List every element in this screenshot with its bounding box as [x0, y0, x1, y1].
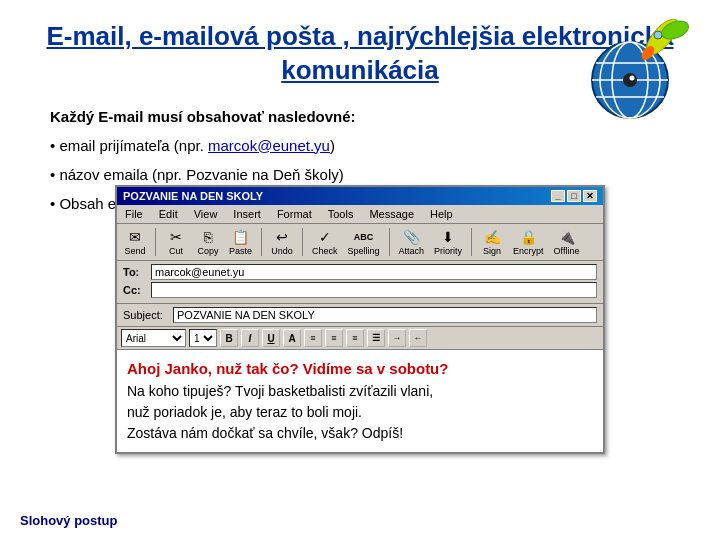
- subject-row: Subject: POZVANIE NA DEN SKOLY: [117, 304, 603, 327]
- encrypt-icon: 🔒: [518, 228, 538, 246]
- email-body[interactable]: Ahoj Janko, nuž tak čo? Vidíme sa v sobo…: [117, 350, 603, 452]
- toolbar-separator-3: [302, 228, 303, 256]
- menu-file[interactable]: File: [121, 207, 147, 221]
- to-row: To: marcok@eunet.yu: [123, 264, 597, 280]
- window-titlebar: POZVANIE NA DEN SKOLY _ □ ✕: [117, 187, 603, 205]
- indent-button[interactable]: →: [388, 329, 406, 347]
- email-link[interactable]: marcok@eunet.yu: [208, 137, 330, 154]
- attach-icon: 📎: [401, 228, 421, 246]
- bold-button[interactable]: B: [220, 329, 238, 347]
- menu-help[interactable]: Help: [426, 207, 457, 221]
- maximize-button[interactable]: □: [567, 190, 581, 202]
- svg-point-10: [654, 31, 662, 39]
- cut-icon: ✂: [166, 228, 186, 246]
- globe-decoration: [580, 15, 690, 125]
- body-line-1: Ahoj Janko, nuž tak čo? Vidíme sa v sobo…: [127, 358, 593, 381]
- sign-icon: ✍: [482, 228, 502, 246]
- toolbar: ✉ Send ✂ Cut ⎘ Copy 📋 Paste ↩ Undo: [117, 224, 603, 261]
- body-line-3: nuž poriadok je, aby teraz to boli moji.: [127, 402, 593, 423]
- check-button[interactable]: ✓ Check: [309, 227, 341, 257]
- copy-button[interactable]: ⎘ Copy: [194, 227, 222, 257]
- toolbar-separator-1: [155, 228, 156, 256]
- menu-insert[interactable]: Insert: [229, 207, 265, 221]
- cc-label: Cc:: [123, 284, 151, 296]
- subject-label: Subject:: [123, 309, 173, 321]
- send-button[interactable]: ✉ Send: [121, 227, 149, 257]
- cc-input[interactable]: [151, 282, 597, 298]
- slide: E-mail, e-mailová pošta , najrýchlejšia …: [0, 0, 720, 540]
- toolbar-separator-4: [389, 228, 390, 256]
- outdent-button[interactable]: ←: [409, 329, 427, 347]
- menu-edit[interactable]: Edit: [155, 207, 182, 221]
- bullet-email: • email prijímateľa (npr. marcok@eunet.y…: [50, 135, 690, 156]
- check-icon: ✓: [315, 228, 335, 246]
- spelling-button[interactable]: ABC Spelling: [345, 227, 383, 257]
- spelling-icon: ABC: [354, 228, 374, 246]
- minimize-button[interactable]: _: [551, 190, 565, 202]
- menu-message[interactable]: Message: [365, 207, 418, 221]
- menu-format[interactable]: Format: [273, 207, 316, 221]
- sign-button[interactable]: ✍ Sign: [478, 227, 506, 257]
- attach-button[interactable]: 📎 Attach: [396, 227, 428, 257]
- subject-input[interactable]: POZVANIE NA DEN SKOLY: [173, 307, 597, 323]
- underline-button[interactable]: U: [262, 329, 280, 347]
- size-select[interactable]: 18: [189, 329, 217, 347]
- offline-button[interactable]: 🔌 Offline: [551, 227, 583, 257]
- body-line-2: Na koho tipuješ? Tvoji basketbalisti zví…: [127, 381, 593, 402]
- window-title: POZVANIE NA DEN SKOLY: [123, 190, 263, 202]
- bullet-name: • názov emaila (npr. Pozvanie na Deň ško…: [50, 164, 690, 185]
- menu-view[interactable]: View: [190, 207, 222, 221]
- priority-icon: ⬇: [438, 228, 458, 246]
- format-bar: Arial 18 B I U A ≡ ≡ ≡ ☰ → ←: [117, 327, 603, 350]
- cc-row: Cc:: [123, 282, 597, 298]
- body-line-4: Zostáva nám dočkať sa chvíle, však? Odpí…: [127, 423, 593, 444]
- close-button[interactable]: ✕: [583, 190, 597, 202]
- email-window: POZVANIE NA DEN SKOLY _ □ ✕ File Edit Vi…: [115, 185, 605, 454]
- svg-point-7: [630, 76, 635, 81]
- to-input[interactable]: marcok@eunet.yu: [151, 264, 597, 280]
- italic-button[interactable]: I: [241, 329, 259, 347]
- copy-icon: ⎘: [198, 228, 218, 246]
- paste-icon: 📋: [231, 228, 251, 246]
- paste-button[interactable]: 📋 Paste: [226, 227, 255, 257]
- align-center-button[interactable]: ≡: [325, 329, 343, 347]
- align-right-button[interactable]: ≡: [346, 329, 364, 347]
- bullets-button[interactable]: ☰: [367, 329, 385, 347]
- menu-tools[interactable]: Tools: [324, 207, 358, 221]
- undo-icon: ↩: [272, 228, 292, 246]
- font-select[interactable]: Arial: [121, 329, 186, 347]
- align-left-button[interactable]: ≡: [304, 329, 322, 347]
- offline-icon: 🔌: [557, 228, 577, 246]
- menu-bar: File Edit View Insert Format Tools Messa…: [117, 205, 603, 224]
- toolbar-separator-2: [261, 228, 262, 256]
- window-controls: _ □ ✕: [551, 190, 597, 202]
- priority-button[interactable]: ⬇ Priority: [431, 227, 465, 257]
- font-color-button[interactable]: A: [283, 329, 301, 347]
- svg-point-6: [623, 73, 637, 87]
- to-label: To:: [123, 266, 151, 278]
- toolbar-separator-5: [471, 228, 472, 256]
- send-icon: ✉: [125, 228, 145, 246]
- encrypt-button[interactable]: 🔒 Encrypt: [510, 227, 547, 257]
- address-area: To: marcok@eunet.yu Cc:: [117, 261, 603, 304]
- cut-button[interactable]: ✂ Cut: [162, 227, 190, 257]
- footer-text: Slohový postup: [20, 513, 118, 528]
- undo-button[interactable]: ↩ Undo: [268, 227, 296, 257]
